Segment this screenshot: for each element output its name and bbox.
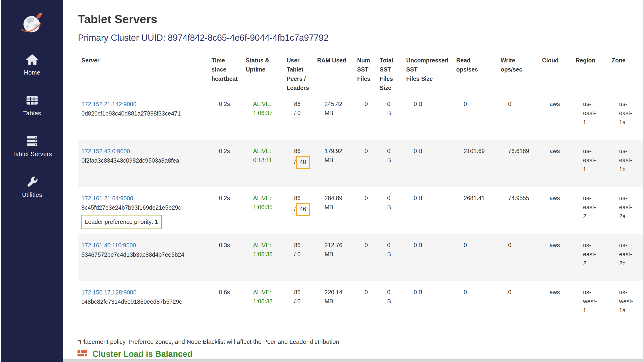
cell-heartbeat: 0.2s bbox=[208, 93, 242, 140]
cell-region: us- east- 1 bbox=[572, 140, 608, 187]
cell-status-uptime: ALIVE: 1:06:37 bbox=[242, 93, 283, 140]
cell-heartbeat: 0.2s bbox=[208, 140, 242, 187]
yugabyte-logo[interactable] bbox=[18, 9, 46, 38]
tserver-table-body: 172.152.21.142:90000d820cf1b93c40d881a27… bbox=[78, 93, 643, 328]
sidebar-item-utilities[interactable]: Utilities bbox=[22, 175, 42, 199]
cluster-load-status: Cluster Load is Balanced bbox=[78, 349, 644, 359]
cell-status-uptime: ALIVE: 1:06:38 bbox=[242, 281, 283, 328]
cell-num-sst-files: 0 bbox=[354, 187, 376, 234]
cell-total-sst-size: 0 B bbox=[376, 140, 403, 187]
cell-region: us- east- 2 bbox=[572, 187, 608, 234]
tablet-servers-table: ServerTime since heartbeatStatus & Uptim… bbox=[78, 50, 643, 328]
tables-icon bbox=[26, 94, 38, 106]
cell-zone: us- east- 1b bbox=[608, 140, 643, 187]
column-header: Uncompressed SST Files Size bbox=[403, 50, 453, 93]
cell-region: us- east- 1 bbox=[572, 93, 608, 140]
cell-write-ops: 0 bbox=[497, 281, 538, 328]
column-header: Status & Uptime bbox=[242, 50, 283, 93]
cell-read-ops: 0 bbox=[453, 93, 497, 140]
server-uuid: 0f2faa3c834343c0982dc9503a8a8fea bbox=[82, 156, 206, 165]
server-link[interactable]: 172.161.21.64:9000 bbox=[82, 195, 133, 202]
cell-zone: us- west- 1a bbox=[608, 281, 643, 328]
server-link[interactable]: 172.161.40.110:9000 bbox=[82, 242, 136, 249]
cell-read-ops: 0 bbox=[453, 234, 497, 281]
cell-cloud: aws bbox=[538, 140, 572, 187]
cell-server: 172.150.17.128:9000c48bc82fc7314d5e91860… bbox=[78, 281, 208, 328]
cell-uncompressed-sst-size: 0 B bbox=[403, 234, 453, 281]
sidebar-item-label: Tablet Servers bbox=[12, 150, 52, 158]
server-uuid: 8c45fd27e3e24b7b93f169de21e5e29c bbox=[82, 203, 206, 213]
main-content: Tablet Servers Primary Cluster UUID: 897… bbox=[63, 0, 644, 362]
server-uuid: 53467572be7c4d13b3ac88d4b7ee5b24 bbox=[82, 250, 206, 260]
cell-uncompressed-sst-size: 0 B bbox=[403, 140, 453, 187]
server-uuid: 0d820cf1b93c40d881a27888f33ce471 bbox=[82, 109, 206, 118]
cell-total-sst-size: 0 B bbox=[376, 187, 403, 234]
cell-peers-leaders: 86 /46 bbox=[283, 187, 314, 234]
cell-read-ops: 0 bbox=[453, 281, 497, 328]
column-header: User Tablet- Peers / Leaders bbox=[283, 50, 314, 93]
cell-peers-leaders: 86 / 0 bbox=[283, 234, 314, 281]
peers-value: 86 / 0 bbox=[294, 242, 300, 257]
server-link[interactable]: 172.152.21.142:9000 bbox=[82, 101, 136, 107]
cell-heartbeat: 0.3s bbox=[208, 234, 242, 281]
column-header: Zone bbox=[608, 50, 643, 93]
utilities-icon bbox=[26, 175, 38, 188]
sidebar-item-tables[interactable]: Tables bbox=[23, 94, 41, 117]
sidebar-item-tablet-servers[interactable]: Tablet Servers bbox=[12, 135, 52, 158]
leader-preference-badge: Leader preference priority: 1 bbox=[82, 215, 162, 230]
cell-server: 172.161.40.110:900053467572be7c4d13b3ac8… bbox=[78, 234, 208, 281]
column-header: Cloud bbox=[538, 50, 572, 93]
peers-value: 86 / 0 bbox=[294, 289, 300, 304]
cell-uncompressed-sst-size: 0 B bbox=[403, 187, 453, 234]
column-header: RAM Used bbox=[314, 50, 354, 93]
tablet-servers-table-wrap: ServerTime since heartbeatStatus & Uptim… bbox=[78, 50, 643, 328]
sidebar-item-label: Home bbox=[24, 69, 40, 76]
peers-value: 86 / 0 bbox=[294, 101, 300, 116]
cell-uncompressed-sst-size: 0 B bbox=[403, 281, 453, 328]
tserver-row: 172.152.43.0:90000f2faa3c834343c0982dc95… bbox=[78, 140, 643, 187]
cell-num-sst-files: 0 bbox=[354, 234, 376, 281]
cell-cloud: aws bbox=[538, 234, 572, 281]
cell-zone: us- east- 2b bbox=[608, 234, 643, 281]
cell-server: 172.152.43.0:90000f2faa3c834343c0982dc95… bbox=[78, 140, 208, 187]
cell-status-uptime: ALIVE: 0:18:11 bbox=[242, 140, 283, 187]
cell-ram-used: 284.89 MB bbox=[314, 187, 354, 234]
column-header: Read ops/sec bbox=[453, 50, 497, 93]
column-header: Num SST Files bbox=[354, 50, 376, 93]
cell-num-sst-files: 0 bbox=[354, 93, 376, 140]
tserver-row: 172.161.21.64:90008c45fd27e3e24b7b93f169… bbox=[78, 187, 643, 234]
tserver-row: 172.150.17.128:9000c48bc82fc7314d5e91860… bbox=[78, 281, 643, 328]
cell-total-sst-size: 0 B bbox=[376, 281, 403, 328]
sidebar-nav: Home Tables Tablet Servers bbox=[12, 53, 52, 216]
sidebar-item-label: Utilities bbox=[22, 191, 42, 199]
cell-write-ops: 0 bbox=[497, 93, 538, 140]
column-header: Region bbox=[572, 50, 608, 93]
load-balancer-icon bbox=[78, 350, 87, 358]
leaders-highlight-box: 40 bbox=[296, 156, 310, 169]
cell-write-ops: 0 bbox=[497, 234, 538, 281]
cell-region: us- west- 1 bbox=[572, 281, 608, 328]
server-link[interactable]: 172.150.17.128:9000 bbox=[82, 289, 136, 296]
cell-num-sst-files: 0 bbox=[354, 281, 376, 328]
server-link[interactable]: 172.152.43.0:9000 bbox=[82, 148, 130, 154]
home-icon bbox=[26, 53, 38, 66]
server-uuid: c48bc82fc7314d5e91860eed87b5729c bbox=[82, 297, 206, 307]
cell-write-ops: 76.6189 bbox=[497, 140, 538, 187]
cell-heartbeat: 0.6s bbox=[208, 281, 242, 328]
window-bottom-strip bbox=[63, 359, 644, 362]
cell-ram-used: 179.92 MB bbox=[314, 140, 354, 187]
sidebar-item-home[interactable]: Home bbox=[24, 53, 40, 76]
primary-cluster-uuid-heading: Primary Cluster UUID: 8974f842-8c65-4e6f… bbox=[78, 33, 644, 43]
cell-peers-leaders: 86 / 0 bbox=[283, 93, 314, 140]
cell-ram-used: 212.76 MB bbox=[314, 234, 354, 281]
cell-zone: us- east- 1a bbox=[608, 93, 643, 140]
cell-cloud: aws bbox=[538, 187, 572, 234]
page-title: Tablet Servers bbox=[78, 13, 644, 26]
cell-zone: us- east- 2a bbox=[608, 187, 643, 234]
sidebar: Home Tables Tablet Servers bbox=[1, 0, 63, 362]
cell-cloud: aws bbox=[538, 281, 572, 328]
window-left-edge bbox=[0, 0, 1, 362]
tserver-row: 172.161.40.110:900053467572be7c4d13b3ac8… bbox=[78, 234, 643, 281]
cell-server: 172.161.21.64:90008c45fd27e3e24b7b93f169… bbox=[78, 187, 208, 234]
leaders-highlight-box: 46 bbox=[296, 203, 310, 216]
